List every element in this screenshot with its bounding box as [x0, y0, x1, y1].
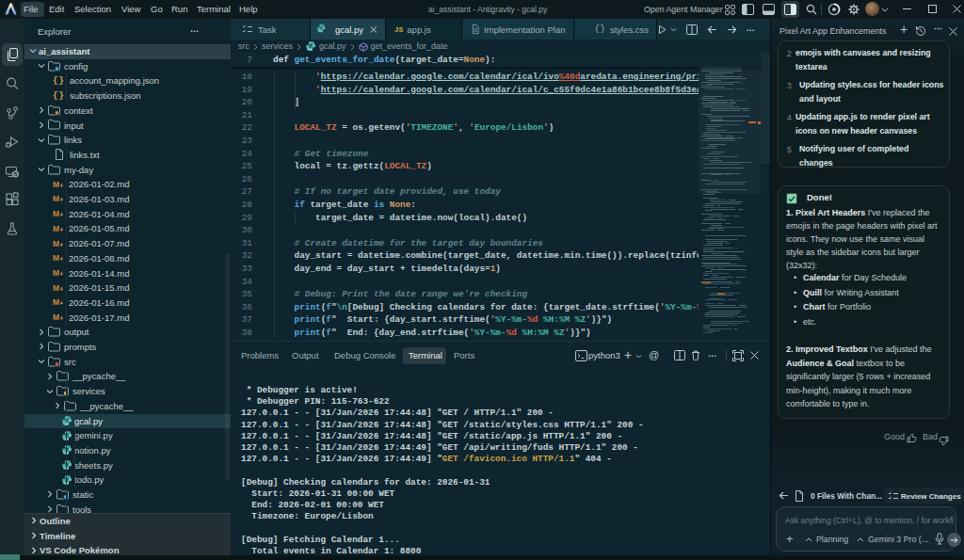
- svg-text:M: M: [53, 224, 59, 233]
- svg-text:M: M: [53, 312, 59, 322]
- svg-text:M: M: [53, 268, 59, 278]
- svg-text:M: M: [53, 297, 59, 307]
- svg-text:M: M: [53, 194, 59, 203]
- svg-text:M: M: [53, 239, 59, 248]
- svg-text:M: M: [53, 209, 59, 218]
- svg-text:M: M: [53, 180, 59, 189]
- svg-text:M: M: [53, 253, 59, 263]
- svg-text:M: M: [53, 283, 59, 293]
